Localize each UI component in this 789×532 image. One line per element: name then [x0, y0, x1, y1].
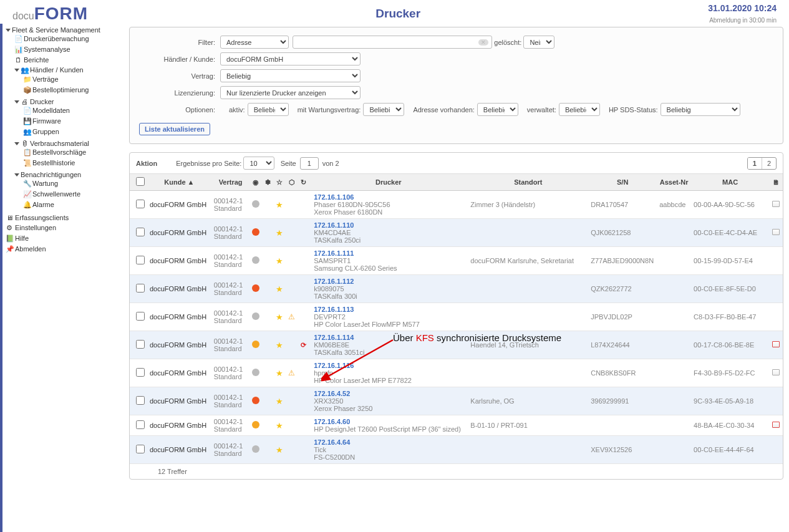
row-checkbox[interactable]	[136, 284, 145, 293]
deleted-select[interactable]: Nein	[523, 36, 554, 49]
cell-standort: Zimmer 3 (Händelstr)	[468, 191, 588, 219]
cell-drucker[interactable]: 172.16.4.60HP DesignJet T2600 PostScript…	[309, 415, 468, 436]
cell-vertrag: 000142-1Standard	[211, 219, 250, 247]
cell-sn	[588, 415, 657, 436]
nav-settings[interactable]: Einstellungen	[15, 224, 56, 231]
managed-select[interactable]: Beliebig	[559, 103, 600, 116]
nav-firmware[interactable]: Firmware	[32, 117, 61, 125]
table-row[interactable]: docuFORM GmbH000142-1Standard★⚠172.16.1.…	[130, 303, 783, 331]
cell-drucker[interactable]: 172.16.1.113DEVPRT2HP Color LaserJet Flo…	[309, 303, 468, 331]
contract-select[interactable]: Beliebig	[220, 69, 361, 82]
doc-icon[interactable]	[772, 341, 780, 347]
nav-maintenance[interactable]: Wartung	[32, 180, 58, 187]
cell-drucker[interactable]: 172.16.1.111SAMSPRT1Samsung CLX-6260 Ser…	[309, 247, 468, 275]
license-select[interactable]: Nur lizenzierte Drucker anzeigen	[220, 86, 361, 99]
cell-drucker[interactable]: 172.16.1.106Phaser 6180DN-9D5C56Xerox Ph…	[309, 191, 468, 219]
wartung-select[interactable]: Beliebig	[363, 103, 404, 116]
page-1-button[interactable]: 1	[748, 158, 762, 169]
nav-dealer-customers[interactable]: Händler / Kunden	[30, 66, 84, 74]
nav-notifications[interactable]: Benachrichtigungen	[21, 171, 81, 178]
nav-logout[interactable]: Abmelden	[15, 245, 46, 253]
col-asset[interactable]: Asset-Nr	[657, 174, 691, 191]
results-per-page-select[interactable]: 10	[243, 157, 274, 170]
refresh-button[interactable]: Liste aktualisieren	[139, 123, 210, 135]
dealer-select[interactable]: docuFORM GmbH	[220, 52, 361, 65]
sds-select[interactable]: Beliebig	[661, 103, 740, 116]
chart-icon: 📊	[14, 46, 22, 54]
page-input[interactable]	[300, 157, 319, 170]
results-count: 12 Treffer	[130, 464, 783, 479]
row-checkbox[interactable]	[136, 340, 145, 349]
cell-drucker[interactable]: 172.16.1.112k9089075TASKalfa 300i	[309, 275, 468, 303]
cell-drucker[interactable]: 172.16.4.52XRX3250Xerox Phaser 3250	[309, 387, 468, 415]
nav-reports[interactable]: Berichte	[24, 56, 49, 64]
status-dot-icon	[252, 397, 259, 404]
clear-search-icon[interactable]: ✕	[478, 39, 488, 46]
row-checkbox[interactable]	[136, 312, 145, 321]
caret-icon[interactable]	[14, 100, 19, 104]
row-checkbox[interactable]	[136, 445, 145, 453]
table-row[interactable]: docuFORM GmbH000142-1Standard★172.16.4.6…	[130, 415, 783, 436]
sds-label: HP SDS-Status:	[609, 106, 658, 114]
col-status-icon: ◉	[249, 174, 262, 191]
row-checkbox[interactable]	[136, 368, 145, 377]
active-select[interactable]: Beliebig	[248, 103, 289, 116]
caret-icon[interactable]	[6, 29, 11, 32]
nav-printer-monitoring[interactable]: Druckerüberwachung	[24, 35, 89, 42]
nav-root[interactable]: Fleet & Service Management	[12, 26, 100, 34]
table-row[interactable]: docuFORM GmbH000142-1Standard★172.16.1.1…	[130, 191, 783, 219]
cell-drucker[interactable]: 172.16.1.110KM4CD4AETASKalfa 250ci	[309, 219, 468, 247]
select-all-checkbox[interactable]	[136, 177, 145, 186]
star-icon: ★	[276, 312, 283, 322]
nav-help[interactable]: Hilfe	[15, 235, 29, 242]
cell-mac: F4-30-B9-F5-D2-FC	[691, 359, 769, 387]
nav-contracts[interactable]: Verträge	[32, 75, 59, 83]
address-select[interactable]: Beliebig	[477, 103, 518, 116]
cell-mac: 00-C0-EE-44-4F-64	[691, 436, 769, 464]
nav-alarms[interactable]: Alarme	[32, 201, 54, 208]
nav-consumables[interactable]: Verbrauchsmaterial	[30, 140, 89, 147]
page-2-button[interactable]: 2	[762, 158, 776, 169]
caret-icon[interactable]	[14, 173, 19, 177]
filter-type-select[interactable]: Adresse	[220, 36, 289, 49]
table-row[interactable]: docuFORM GmbH000142-1Standard★172.16.4.6…	[130, 436, 783, 464]
col-mac[interactable]: MAC	[691, 174, 769, 191]
caret-icon[interactable]	[14, 142, 19, 145]
table-row[interactable]: docuFORM GmbH000142-1Standard★⚠172.16.1.…	[130, 359, 783, 387]
row-checkbox[interactable]	[136, 228, 145, 236]
filter-search-input[interactable]	[293, 36, 492, 49]
nav-thresholds[interactable]: Schwellenwerte	[32, 190, 80, 198]
col-kunde[interactable]: Kunde	[164, 178, 185, 186]
col-vertrag[interactable]: Vertrag	[211, 174, 250, 191]
nav-groups[interactable]: Gruppen	[32, 128, 59, 135]
cell-asset	[657, 303, 691, 331]
row-checkbox[interactable]	[136, 420, 145, 429]
caret-icon[interactable]	[14, 69, 19, 72]
col-drucker[interactable]: Drucker	[309, 174, 468, 191]
cell-drucker[interactable]: 172.16.4.64TickFS-C5200DN	[309, 436, 468, 464]
nav-printers[interactable]: Drucker	[30, 98, 54, 105]
status-dot-icon	[252, 369, 259, 376]
table-row[interactable]: docuFORM GmbH000142-1Standard★172.16.1.1…	[130, 247, 783, 275]
col-sn[interactable]: S/N	[588, 174, 657, 191]
doc-icon[interactable]	[772, 201, 780, 207]
row-checkbox[interactable]	[136, 396, 145, 405]
nav-model-data[interactable]: Modelldaten	[32, 107, 70, 114]
table-row[interactable]: docuFORM GmbH000142-1Standard★172.16.4.5…	[130, 387, 783, 415]
row-checkbox[interactable]	[136, 200, 145, 208]
table-row[interactable]: docuFORM GmbH000142-1Standard★172.16.1.1…	[130, 275, 783, 303]
nav-system-analysis[interactable]: Systemanalyse	[24, 46, 70, 53]
table-row[interactable]: docuFORM GmbH000142-1Standard★172.16.1.1…	[130, 219, 783, 247]
cell-mac: 00-00-AA-9D-5C-56	[691, 191, 769, 219]
doc-icon[interactable]	[772, 229, 780, 235]
doc-icon[interactable]	[772, 422, 780, 428]
cell-sn: Z77ABJED9000N8N	[588, 247, 657, 275]
nav-order-suggestions[interactable]: Bestellvorschläge	[32, 148, 86, 156]
status-dot-icon	[252, 228, 259, 236]
doc-icon[interactable]	[772, 369, 780, 375]
nav-capture-clients[interactable]: Erfassungsclients	[15, 214, 69, 221]
row-checkbox[interactable]	[136, 256, 145, 264]
nav-order-opt[interactable]: Bestelloptimierung	[32, 86, 89, 94]
nav-order-history[interactable]: Bestellhistorie	[32, 159, 75, 167]
col-standort[interactable]: Standort	[468, 174, 588, 191]
